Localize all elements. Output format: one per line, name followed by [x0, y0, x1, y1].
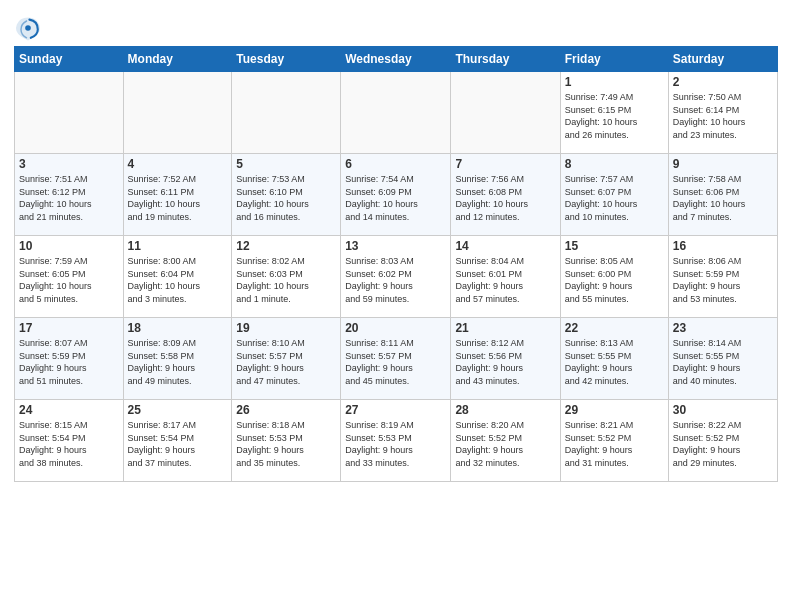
day-info: Sunrise: 7:56 AM Sunset: 6:08 PM Dayligh… — [455, 173, 555, 223]
calendar-day-cell: 4Sunrise: 7:52 AM Sunset: 6:11 PM Daylig… — [123, 154, 232, 236]
weekday-header: Tuesday — [232, 47, 341, 72]
day-info: Sunrise: 8:02 AM Sunset: 6:03 PM Dayligh… — [236, 255, 336, 305]
day-info: Sunrise: 8:00 AM Sunset: 6:04 PM Dayligh… — [128, 255, 228, 305]
calendar-day-cell: 28Sunrise: 8:20 AM Sunset: 5:52 PM Dayli… — [451, 400, 560, 482]
calendar-day-cell: 7Sunrise: 7:56 AM Sunset: 6:08 PM Daylig… — [451, 154, 560, 236]
day-info: Sunrise: 7:53 AM Sunset: 6:10 PM Dayligh… — [236, 173, 336, 223]
day-number: 19 — [236, 321, 336, 335]
calendar-day-cell: 18Sunrise: 8:09 AM Sunset: 5:58 PM Dayli… — [123, 318, 232, 400]
day-number: 5 — [236, 157, 336, 171]
calendar-day-cell: 20Sunrise: 8:11 AM Sunset: 5:57 PM Dayli… — [341, 318, 451, 400]
calendar-day-cell: 5Sunrise: 7:53 AM Sunset: 6:10 PM Daylig… — [232, 154, 341, 236]
calendar-week-row: 3Sunrise: 7:51 AM Sunset: 6:12 PM Daylig… — [15, 154, 778, 236]
calendar-day-cell: 15Sunrise: 8:05 AM Sunset: 6:00 PM Dayli… — [560, 236, 668, 318]
day-info: Sunrise: 8:22 AM Sunset: 5:52 PM Dayligh… — [673, 419, 773, 469]
day-number: 14 — [455, 239, 555, 253]
calendar-day-cell: 9Sunrise: 7:58 AM Sunset: 6:06 PM Daylig… — [668, 154, 777, 236]
calendar-day-cell: 12Sunrise: 8:02 AM Sunset: 6:03 PM Dayli… — [232, 236, 341, 318]
weekday-header: Monday — [123, 47, 232, 72]
calendar-day-cell — [232, 72, 341, 154]
day-number: 4 — [128, 157, 228, 171]
calendar-day-cell: 22Sunrise: 8:13 AM Sunset: 5:55 PM Dayli… — [560, 318, 668, 400]
weekday-header-row: SundayMondayTuesdayWednesdayThursdayFrid… — [15, 47, 778, 72]
calendar-week-row: 24Sunrise: 8:15 AM Sunset: 5:54 PM Dayli… — [15, 400, 778, 482]
day-info: Sunrise: 8:07 AM Sunset: 5:59 PM Dayligh… — [19, 337, 119, 387]
calendar-day-cell: 19Sunrise: 8:10 AM Sunset: 5:57 PM Dayli… — [232, 318, 341, 400]
day-info: Sunrise: 8:03 AM Sunset: 6:02 PM Dayligh… — [345, 255, 446, 305]
weekday-header: Sunday — [15, 47, 124, 72]
day-info: Sunrise: 8:14 AM Sunset: 5:55 PM Dayligh… — [673, 337, 773, 387]
day-info: Sunrise: 7:57 AM Sunset: 6:07 PM Dayligh… — [565, 173, 664, 223]
day-number: 2 — [673, 75, 773, 89]
calendar-day-cell: 21Sunrise: 8:12 AM Sunset: 5:56 PM Dayli… — [451, 318, 560, 400]
day-info: Sunrise: 8:18 AM Sunset: 5:53 PM Dayligh… — [236, 419, 336, 469]
day-info: Sunrise: 7:58 AM Sunset: 6:06 PM Dayligh… — [673, 173, 773, 223]
day-number: 27 — [345, 403, 446, 417]
calendar-day-cell: 1Sunrise: 7:49 AM Sunset: 6:15 PM Daylig… — [560, 72, 668, 154]
day-info: Sunrise: 7:59 AM Sunset: 6:05 PM Dayligh… — [19, 255, 119, 305]
day-info: Sunrise: 8:21 AM Sunset: 5:52 PM Dayligh… — [565, 419, 664, 469]
day-info: Sunrise: 8:09 AM Sunset: 5:58 PM Dayligh… — [128, 337, 228, 387]
day-info: Sunrise: 8:10 AM Sunset: 5:57 PM Dayligh… — [236, 337, 336, 387]
day-number: 25 — [128, 403, 228, 417]
weekday-header: Wednesday — [341, 47, 451, 72]
day-info: Sunrise: 7:49 AM Sunset: 6:15 PM Dayligh… — [565, 91, 664, 141]
day-info: Sunrise: 8:11 AM Sunset: 5:57 PM Dayligh… — [345, 337, 446, 387]
day-number: 3 — [19, 157, 119, 171]
day-info: Sunrise: 8:15 AM Sunset: 5:54 PM Dayligh… — [19, 419, 119, 469]
calendar-day-cell: 11Sunrise: 8:00 AM Sunset: 6:04 PM Dayli… — [123, 236, 232, 318]
calendar-day-cell: 13Sunrise: 8:03 AM Sunset: 6:02 PM Dayli… — [341, 236, 451, 318]
day-number: 20 — [345, 321, 446, 335]
day-info: Sunrise: 7:52 AM Sunset: 6:11 PM Dayligh… — [128, 173, 228, 223]
calendar-week-row: 1Sunrise: 7:49 AM Sunset: 6:15 PM Daylig… — [15, 72, 778, 154]
day-number: 7 — [455, 157, 555, 171]
calendar-day-cell: 27Sunrise: 8:19 AM Sunset: 5:53 PM Dayli… — [341, 400, 451, 482]
logo — [14, 14, 44, 42]
day-number: 24 — [19, 403, 119, 417]
calendar-day-cell — [451, 72, 560, 154]
calendar-day-cell: 10Sunrise: 7:59 AM Sunset: 6:05 PM Dayli… — [15, 236, 124, 318]
day-number: 26 — [236, 403, 336, 417]
day-number: 29 — [565, 403, 664, 417]
day-info: Sunrise: 8:19 AM Sunset: 5:53 PM Dayligh… — [345, 419, 446, 469]
day-info: Sunrise: 8:06 AM Sunset: 5:59 PM Dayligh… — [673, 255, 773, 305]
day-number: 1 — [565, 75, 664, 89]
day-number: 22 — [565, 321, 664, 335]
day-number: 11 — [128, 239, 228, 253]
calendar-day-cell — [15, 72, 124, 154]
calendar-day-cell: 24Sunrise: 8:15 AM Sunset: 5:54 PM Dayli… — [15, 400, 124, 482]
svg-point-0 — [25, 25, 31, 31]
day-info: Sunrise: 8:20 AM Sunset: 5:52 PM Dayligh… — [455, 419, 555, 469]
day-info: Sunrise: 8:13 AM Sunset: 5:55 PM Dayligh… — [565, 337, 664, 387]
day-number: 23 — [673, 321, 773, 335]
logo-icon — [14, 14, 42, 42]
calendar-day-cell: 29Sunrise: 8:21 AM Sunset: 5:52 PM Dayli… — [560, 400, 668, 482]
day-info: Sunrise: 7:54 AM Sunset: 6:09 PM Dayligh… — [345, 173, 446, 223]
calendar-day-cell: 14Sunrise: 8:04 AM Sunset: 6:01 PM Dayli… — [451, 236, 560, 318]
day-number: 9 — [673, 157, 773, 171]
calendar-day-cell — [123, 72, 232, 154]
calendar-week-row: 10Sunrise: 7:59 AM Sunset: 6:05 PM Dayli… — [15, 236, 778, 318]
calendar-day-cell: 2Sunrise: 7:50 AM Sunset: 6:14 PM Daylig… — [668, 72, 777, 154]
calendar-day-cell: 23Sunrise: 8:14 AM Sunset: 5:55 PM Dayli… — [668, 318, 777, 400]
calendar-day-cell: 8Sunrise: 7:57 AM Sunset: 6:07 PM Daylig… — [560, 154, 668, 236]
day-number: 30 — [673, 403, 773, 417]
calendar-day-cell: 3Sunrise: 7:51 AM Sunset: 6:12 PM Daylig… — [15, 154, 124, 236]
day-info: Sunrise: 8:12 AM Sunset: 5:56 PM Dayligh… — [455, 337, 555, 387]
day-number: 18 — [128, 321, 228, 335]
day-info: Sunrise: 8:05 AM Sunset: 6:00 PM Dayligh… — [565, 255, 664, 305]
calendar-day-cell — [341, 72, 451, 154]
day-number: 16 — [673, 239, 773, 253]
page-container: SundayMondayTuesdayWednesdayThursdayFrid… — [0, 0, 792, 488]
calendar-day-cell: 30Sunrise: 8:22 AM Sunset: 5:52 PM Dayli… — [668, 400, 777, 482]
day-number: 12 — [236, 239, 336, 253]
calendar-day-cell: 16Sunrise: 8:06 AM Sunset: 5:59 PM Dayli… — [668, 236, 777, 318]
day-number: 21 — [455, 321, 555, 335]
calendar-day-cell: 26Sunrise: 8:18 AM Sunset: 5:53 PM Dayli… — [232, 400, 341, 482]
calendar-day-cell: 17Sunrise: 8:07 AM Sunset: 5:59 PM Dayli… — [15, 318, 124, 400]
calendar-day-cell: 25Sunrise: 8:17 AM Sunset: 5:54 PM Dayli… — [123, 400, 232, 482]
calendar-table: SundayMondayTuesdayWednesdayThursdayFrid… — [14, 46, 778, 482]
day-number: 15 — [565, 239, 664, 253]
weekday-header: Friday — [560, 47, 668, 72]
day-info: Sunrise: 7:51 AM Sunset: 6:12 PM Dayligh… — [19, 173, 119, 223]
